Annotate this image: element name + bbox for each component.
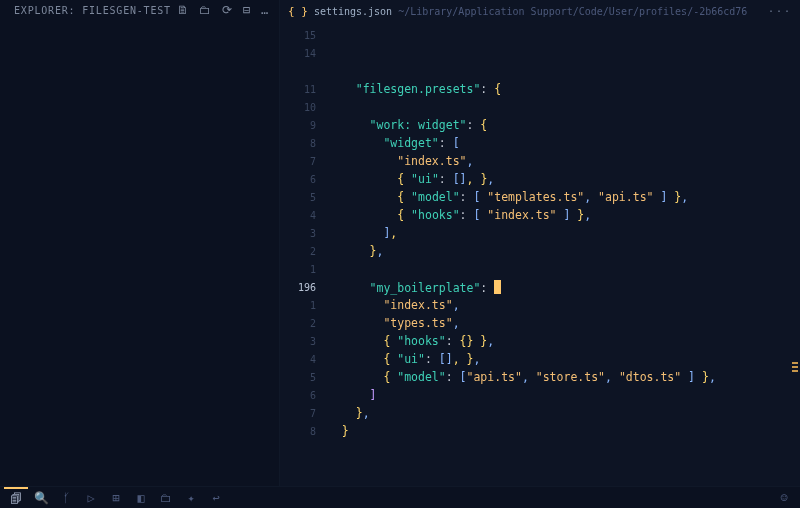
- code-area[interactable]: 15 14 11 "filesgen.presets": {10 9 "work…: [280, 22, 800, 486]
- editor-pane: { } settings.json ~/Library/Application …: [280, 0, 800, 486]
- line-number: 7: [280, 156, 328, 167]
- code-line[interactable]: 4 { "hooks": [ "index.ts" ] },: [280, 206, 800, 224]
- code-line[interactable]: 1: [280, 260, 800, 278]
- layout-icon[interactable]: ◧: [129, 487, 153, 509]
- code-line[interactable]: 2 },: [280, 242, 800, 260]
- tab-filename[interactable]: settings.json: [314, 6, 392, 17]
- line-number: 6: [280, 174, 328, 185]
- line-content[interactable]: [328, 64, 800, 78]
- code-line[interactable]: [280, 62, 800, 80]
- code-line[interactable]: 5 { "model": [ "templates.ts", "api.ts" …: [280, 188, 800, 206]
- code-line[interactable]: 4 { "ui": [], },: [280, 350, 800, 368]
- line-content[interactable]: { "ui": [], },: [328, 172, 800, 186]
- line-number: 4: [280, 210, 328, 221]
- new-file-icon[interactable]: 🗎: [177, 4, 190, 16]
- minimap-marker: [792, 366, 798, 368]
- tab-filepath: ~/Library/Application Support/Code/User/…: [398, 6, 747, 17]
- line-content[interactable]: ]: [328, 388, 800, 402]
- line-content[interactable]: ],: [328, 226, 800, 240]
- line-content[interactable]: },: [328, 406, 800, 420]
- line-content[interactable]: "work: widget": {: [328, 118, 800, 132]
- line-content[interactable]: { "hooks": {} },: [328, 334, 800, 348]
- code-line[interactable]: 14: [280, 44, 800, 62]
- line-number: 7: [280, 408, 328, 419]
- minimap-marker: [792, 362, 798, 364]
- line-number: 6: [280, 390, 328, 401]
- code-line[interactable]: 8 }: [280, 422, 800, 440]
- line-number: 4: [280, 354, 328, 365]
- line-content[interactable]: "my_boilerplate":: [328, 280, 800, 295]
- line-content[interactable]: }: [328, 424, 800, 438]
- code-line[interactable]: 10: [280, 98, 800, 116]
- line-content[interactable]: "types.ts",: [328, 316, 800, 330]
- line-number: 1: [280, 300, 328, 311]
- line-number: 8: [280, 426, 328, 437]
- text-cursor: [494, 280, 501, 294]
- code-line[interactable]: 9 "work: widget": {: [280, 116, 800, 134]
- new-folder-icon[interactable]: 🗀: [199, 4, 212, 16]
- code-line[interactable]: 8 "widget": [: [280, 134, 800, 152]
- line-content[interactable]: "index.ts",: [328, 298, 800, 312]
- code-line[interactable]: 1 "index.ts",: [280, 296, 800, 314]
- wrap-icon[interactable]: ↩: [204, 487, 228, 509]
- code-line[interactable]: 196 "my_boilerplate":: [280, 278, 800, 296]
- extensions-icon[interactable]: ⊞: [104, 487, 128, 509]
- files-icon[interactable]: 🗐: [4, 487, 28, 509]
- explorer-body[interactable]: [0, 20, 279, 486]
- line-number: 10: [280, 102, 328, 113]
- code-line[interactable]: 11 "filesgen.presets": {: [280, 80, 800, 98]
- line-content[interactable]: { "hooks": [ "index.ts" ] },: [328, 208, 800, 222]
- code-line[interactable]: 3 ],: [280, 224, 800, 242]
- line-number: 196: [280, 282, 328, 293]
- line-number: 1: [280, 264, 328, 275]
- line-number: 5: [280, 192, 328, 203]
- json-file-icon: { }: [288, 6, 308, 17]
- line-content[interactable]: { "ui": [], },: [328, 352, 800, 366]
- line-content[interactable]: "index.ts",: [328, 154, 800, 168]
- minimap[interactable]: [786, 22, 800, 486]
- code-line[interactable]: 7 },: [280, 404, 800, 422]
- line-content[interactable]: { "model": ["api.ts", "store.ts", "dtos.…: [328, 370, 800, 384]
- more-icon[interactable]: …: [261, 4, 269, 16]
- line-number: 2: [280, 246, 328, 257]
- line-content[interactable]: "filesgen.presets": {: [328, 82, 800, 96]
- run-debug-icon[interactable]: ▷: [79, 487, 103, 509]
- code-line[interactable]: 6 ]: [280, 386, 800, 404]
- explorer-sidebar: EXPLORER: FILESGEN-TEST 🗎 🗀 ⟳ ⊟ …: [0, 0, 280, 486]
- editor-tabbar: { } settings.json ~/Library/Application …: [280, 0, 800, 22]
- line-number: 8: [280, 138, 328, 149]
- lint-icon[interactable]: ✦: [179, 487, 203, 509]
- line-number: 14: [280, 48, 328, 59]
- refresh-icon[interactable]: ⟳: [222, 4, 233, 16]
- activity-bar: 🗐 🔍 ᚶ ▷ ⊞ ◧ 🗀 ✦ ↩ ☺: [0, 486, 800, 508]
- code-line[interactable]: 2 "types.ts",: [280, 314, 800, 332]
- code-line[interactable]: 6 { "ui": [], },: [280, 170, 800, 188]
- source-control-icon[interactable]: ᚶ: [54, 487, 78, 509]
- code-line[interactable]: 15: [280, 26, 800, 44]
- line-number: 5: [280, 372, 328, 383]
- line-content[interactable]: [328, 100, 800, 114]
- code-line[interactable]: 7 "index.ts",: [280, 152, 800, 170]
- line-content[interactable]: { "model": [ "templates.ts", "api.ts" ] …: [328, 190, 800, 204]
- collapse-icon[interactable]: ⊟: [243, 4, 251, 16]
- line-content[interactable]: [328, 262, 800, 276]
- line-number: 2: [280, 318, 328, 329]
- line-content[interactable]: "widget": [: [328, 136, 800, 150]
- line-number: 9: [280, 120, 328, 131]
- line-content[interactable]: },: [328, 244, 800, 258]
- search-icon[interactable]: 🔍: [29, 487, 53, 509]
- line-number: 11: [280, 84, 328, 95]
- code-line[interactable]: 5 { "model": ["api.ts", "store.ts", "dto…: [280, 368, 800, 386]
- minimap-marker: [792, 370, 798, 372]
- account-icon[interactable]: ☺: [772, 487, 796, 509]
- line-number: 3: [280, 228, 328, 239]
- folder-icon[interactable]: 🗀: [154, 487, 178, 509]
- line-number: 15: [280, 30, 328, 41]
- line-number: 3: [280, 336, 328, 347]
- code-line[interactable]: 3 { "hooks": {} },: [280, 332, 800, 350]
- tab-more-icon[interactable]: ···: [768, 6, 792, 17]
- line-content[interactable]: [328, 28, 800, 42]
- explorer-title: EXPLORER: FILESGEN-TEST: [14, 5, 171, 16]
- line-content[interactable]: [328, 46, 800, 60]
